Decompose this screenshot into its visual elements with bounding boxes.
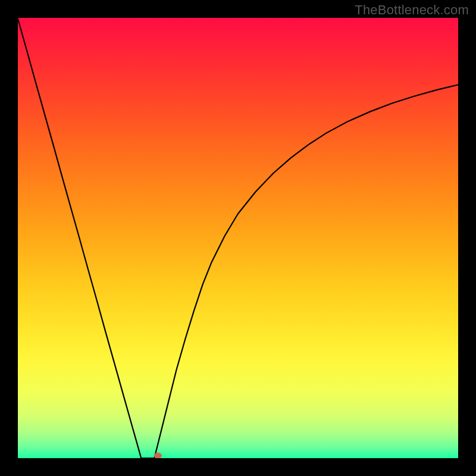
watermark-text: TheBottleneck.com <box>355 2 469 18</box>
gradient-background <box>18 18 458 458</box>
chart-canvas <box>18 18 458 458</box>
marker-group <box>154 453 162 458</box>
plot-frame: TheBottleneck.com <box>0 0 476 476</box>
plot-area <box>18 18 458 458</box>
minimum-marker <box>154 453 162 458</box>
